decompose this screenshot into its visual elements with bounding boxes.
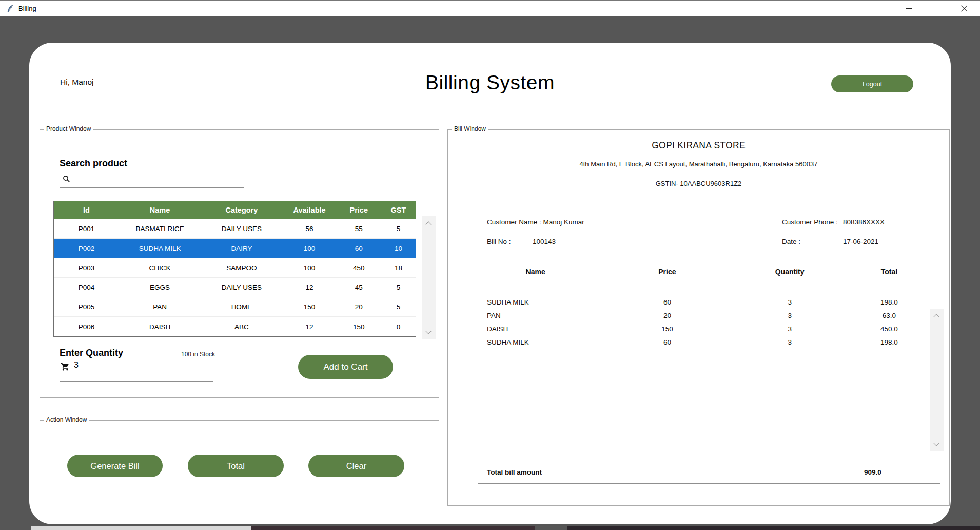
col-header-category: Category	[201, 206, 282, 214]
date-value: 17-06-2021	[843, 238, 878, 245]
product-table-scrollbar[interactable]	[422, 216, 436, 339]
total-bill-label: Total bill amount	[487, 468, 542, 476]
bill-table-header: Name Price Quantity Total	[478, 264, 940, 279]
store-address: 4th Main Rd, E Block, AECS Layout, Marat…	[448, 160, 949, 168]
divider	[478, 483, 940, 484]
bill-scrollbar[interactable]	[930, 309, 944, 451]
maximize-icon	[934, 6, 939, 11]
customer-phone-value: 808386XXXX	[843, 218, 885, 226]
search-field-wrap	[60, 171, 244, 188]
window-titlebar: Billing	[0, 0, 980, 16]
col-header-price: Price	[337, 206, 381, 214]
taskbar-sliver	[567, 526, 980, 530]
bill-window-label: Bill Window	[452, 125, 488, 132]
bill-item-row: DAISH 150 3 450.0	[478, 322, 940, 335]
page-title: Billing System	[29, 71, 951, 94]
app-background: Hi, Manoj Billing System Logout Product …	[0, 16, 980, 530]
product-window-frame: Product Window Search product Id Name Ca…	[40, 129, 439, 398]
product-table: Id Name Category Available Price GST P00…	[53, 201, 416, 337]
product-table-body: P001 BASMATI RICE DAILY USES 56 55 5 P00…	[54, 219, 416, 336]
store-name: GOPI KIRANA STORE	[448, 140, 949, 151]
product-table-row[interactable]: P004 EGGS DAILY USES 12 45 5	[54, 278, 416, 297]
close-icon	[961, 5, 968, 12]
close-button[interactable]	[952, 1, 976, 16]
enter-quantity-label: Enter Quantity	[60, 348, 123, 358]
customer-phone-label: Customer Phone :	[782, 218, 838, 226]
minimize-icon	[906, 8, 912, 9]
product-table-row[interactable]: P005 PAN HOME 150 20 5	[54, 297, 416, 317]
generate-bill-button[interactable]: Generate Bill	[67, 455, 163, 477]
col-header-available: Available	[283, 206, 337, 214]
customer-name: Customer Name : Manoj Kumar	[487, 218, 584, 226]
bill-items: SUDHA MILK 60 3 198.0 PAN 20 3 63.0 DAIS…	[478, 295, 940, 349]
scroll-down-icon[interactable]	[933, 440, 939, 446]
divider	[478, 463, 940, 463]
scroll-down-icon[interactable]	[425, 328, 431, 334]
product-table-header: Id Name Category Available Price GST	[54, 201, 416, 219]
total-button[interactable]: Total	[188, 455, 284, 477]
product-table-row[interactable]: P002 SUDHA MILK DAIRY 100 60 10	[54, 239, 416, 258]
bill-no-value: 100143	[533, 238, 556, 245]
cart-icon	[61, 362, 70, 371]
taskbar-sliver	[251, 526, 535, 530]
scroll-up-icon[interactable]	[933, 314, 939, 319]
product-window-label: Product Window	[44, 125, 93, 132]
clear-button[interactable]: Clear	[308, 455, 404, 477]
search-input[interactable]	[74, 173, 241, 183]
total-bill-row: Total bill amount 909.0	[478, 465, 940, 481]
minimize-button[interactable]	[897, 1, 920, 16]
maximize-button[interactable]	[925, 1, 948, 16]
add-to-cart-button[interactable]: Add to Cart	[298, 355, 393, 379]
bill-window-frame: Bill Window GOPI KIRANA STORE 4th Main R…	[447, 129, 950, 506]
store-gstin: GSTIN- 10AABCU9603R1Z2	[448, 180, 949, 187]
action-window-frame: Action Window Generate Bill Total Clear	[40, 420, 439, 507]
action-window-label: Action Window	[44, 416, 89, 423]
search-icon	[63, 175, 70, 183]
product-table-row[interactable]: P001 BASMATI RICE DAILY USES 56 55 5	[54, 219, 416, 239]
bill-col-price: Price	[593, 268, 741, 276]
main-card: Hi, Manoj Billing System Logout Product …	[29, 43, 951, 524]
bill-col-quantity: Quantity	[741, 268, 838, 276]
total-bill-value: 909.0	[842, 468, 904, 476]
col-header-gst: GST	[381, 206, 416, 214]
product-table-row[interactable]: P006 DAISH ABC 12 150 0	[54, 317, 416, 336]
divider	[478, 282, 940, 282]
product-table-row[interactable]: P003 CHICK SAMPOO 100 450 18	[54, 258, 416, 278]
window-title: Billing	[18, 5, 36, 12]
divider	[478, 260, 940, 260]
bill-item-row: SUDHA MILK 60 3 198.0	[478, 295, 940, 309]
bill-item-row: SUDHA MILK 60 3 198.0	[478, 335, 940, 349]
logout-button[interactable]: Logout	[831, 75, 913, 92]
col-header-name: Name	[119, 206, 201, 214]
python-feather-icon	[6, 5, 14, 13]
taskbar-sliver	[31, 526, 251, 530]
search-product-label: Search product	[60, 158, 127, 169]
col-header-id: Id	[54, 206, 119, 214]
quantity-input[interactable]	[73, 360, 206, 370]
bill-col-total: Total	[838, 268, 940, 276]
scroll-up-icon[interactable]	[425, 221, 431, 227]
bill-item-row: PAN 20 3 63.0	[478, 309, 940, 322]
quantity-field-wrap	[60, 360, 213, 382]
bill-col-name: Name	[478, 268, 593, 276]
bill-no-label: Bill No :	[487, 238, 511, 245]
stock-hint: 100 in Stock	[181, 351, 215, 358]
date-label: Date :	[782, 238, 800, 245]
